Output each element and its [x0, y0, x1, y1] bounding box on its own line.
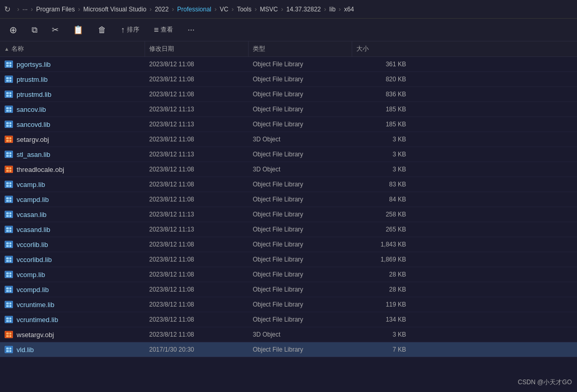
view-icon: ≡: [154, 25, 158, 35]
col-header-size[interactable]: 大小: [352, 41, 414, 56]
lib-file-icon: [4, 255, 13, 264]
obj-file-icon: [4, 165, 13, 174]
breadcrumb-visual-studio[interactable]: Microsoft Visual Studio: [83, 6, 147, 13]
breadcrumb-vc[interactable]: VC: [220, 6, 228, 13]
lib-file-icon: [4, 180, 13, 189]
view-button[interactable]: ≡ 查看: [151, 23, 176, 37]
lib-file-icon: [4, 120, 13, 129]
lib-file-icon: [4, 285, 13, 294]
file-type-cell: 3D Object: [249, 132, 352, 147]
table-row[interactable]: vcruntime.lib2023/8/12 11:08Object File …: [0, 297, 577, 312]
file-type-cell: Object File Library: [249, 297, 352, 312]
table-row[interactable]: vcomp.lib2023/8/12 11:08Object File Libr…: [0, 267, 577, 282]
file-name-text: pgortsys.lib: [17, 61, 51, 68]
paste-button[interactable]: 📋: [70, 23, 86, 37]
table-row[interactable]: vcruntimed.lib2023/8/12 11:08Object File…: [0, 312, 577, 327]
breadcrumb-x64[interactable]: x64: [344, 6, 354, 13]
file-name-text: stl_asan.lib: [17, 151, 50, 158]
file-name-text: vcruntimed.lib: [17, 316, 58, 324]
file-type-cell: Object File Library: [249, 207, 352, 222]
file-type-cell: Object File Library: [249, 87, 352, 101]
lib-file-icon: [4, 240, 13, 249]
table-row[interactable]: vccorlib.lib2023/8/12 11:08Object File L…: [0, 237, 577, 252]
file-list-area[interactable]: ▲ 名称 修改日期 类型 大小 pgortsys.lib2023/8/12 11: [0, 41, 577, 392]
breadcrumb-version[interactable]: 14.37.32822: [286, 6, 321, 13]
file-date-cell: 2023/8/12 11:08: [145, 162, 249, 177]
file-name-text: sancov.lib: [17, 106, 46, 113]
lib-file-icon: [4, 345, 13, 354]
table-row[interactable]: vcamp.lib2023/8/12 11:08Object File Libr…: [0, 177, 577, 192]
cut-button[interactable]: ✂: [49, 23, 62, 37]
breadcrumb-sep-2: ›: [78, 5, 80, 13]
table-row[interactable]: vld.lib2017/1/30 20:30Object File Librar…: [0, 342, 577, 357]
table-row[interactable]: vcasand.lib2023/8/12 11:13Object File Li…: [0, 222, 577, 237]
file-size-cell: 836 KB: [352, 87, 414, 101]
file-name-text: vcompd.lib: [17, 286, 49, 294]
file-type-cell: Object File Library: [249, 222, 352, 237]
breadcrumb-sep-9: ›: [324, 5, 326, 13]
sort-button[interactable]: ↑ 排序: [118, 23, 142, 37]
breadcrumb-sep-6: ›: [232, 5, 234, 13]
col-header-type[interactable]: 类型: [249, 41, 352, 56]
view-label: 查看: [161, 25, 173, 34]
table-row[interactable]: setargv.obj2023/8/12 11:083D Object3 KB: [0, 132, 577, 147]
lib-file-icon: [4, 75, 13, 84]
new-item-button[interactable]: ⊕: [6, 22, 20, 38]
breadcrumb-sep-3: ›: [150, 5, 152, 13]
file-name-text: vccorlib.lib: [17, 241, 48, 249]
table-row[interactable]: vcampd.lib2023/8/12 11:08Object File Lib…: [0, 192, 577, 207]
breadcrumb-program-files[interactable]: Program Files: [36, 6, 75, 13]
file-date-cell: 2023/8/12 11:08: [145, 72, 249, 86]
breadcrumb-lib[interactable]: lib: [329, 6, 336, 13]
table-row[interactable]: stl_asan.lib2023/8/12 11:13Object File L…: [0, 147, 577, 162]
breadcrumb-ellipsis[interactable]: ···: [22, 6, 27, 13]
table-row[interactable]: sancov.lib2023/8/12 11:13Object File Lib…: [0, 102, 577, 117]
file-size-cell: 28 KB: [352, 282, 414, 297]
table-row[interactable]: ptrustm.lib2023/8/12 11:08Object File Li…: [0, 72, 577, 87]
more-button[interactable]: ···: [184, 23, 197, 37]
file-date-cell: 2023/8/12 11:08: [145, 192, 249, 207]
file-type-cell: Object File Library: [249, 342, 352, 357]
file-type-cell: Object File Library: [249, 147, 352, 162]
breadcrumb-sep-10: ›: [339, 5, 341, 13]
file-size-cell: 1,843 KB: [352, 237, 414, 252]
file-type-cell: 3D Object: [249, 327, 352, 342]
file-date-cell: 2023/8/12 11:13: [145, 147, 249, 162]
file-size-cell: 84 KB: [352, 192, 414, 207]
file-date-cell: 2023/8/12 11:08: [145, 327, 249, 342]
refresh-icon[interactable]: ↻: [4, 5, 11, 14]
table-row[interactable]: pgortsys.lib2023/8/12 11:08Object File L…: [0, 57, 577, 72]
table-row[interactable]: wsetargv.obj2023/8/12 11:083D Object3 KB: [0, 327, 577, 342]
file-name-text: vcasan.lib: [17, 211, 47, 219]
file-size-cell: 28 KB: [352, 267, 414, 282]
col-header-name[interactable]: ▲ 名称: [0, 41, 145, 56]
file-size-cell: 361 KB: [352, 57, 414, 71]
table-row[interactable]: ptrustmd.lib2023/8/12 11:08Object File L…: [0, 87, 577, 102]
sort-label: 排序: [127, 25, 139, 34]
file-size-cell: 265 KB: [352, 222, 414, 237]
table-row[interactable]: vccorlibd.lib2023/8/12 11:08Object File …: [0, 252, 577, 267]
file-size-cell: 820 KB: [352, 72, 414, 86]
copy-button[interactable]: ⧉: [28, 23, 40, 37]
col-header-date[interactable]: 修改日期: [145, 41, 249, 56]
breadcrumb-professional[interactable]: Professional: [177, 6, 211, 13]
delete-button[interactable]: 🗑: [95, 23, 109, 37]
file-name-cell: sancov.lib: [0, 102, 145, 117]
breadcrumb-sep-0: ›: [17, 5, 19, 13]
breadcrumb-msvc[interactable]: MSVC: [260, 6, 278, 13]
file-date-cell: 2017/1/30 20:30: [145, 342, 249, 357]
breadcrumb-2022[interactable]: 2022: [155, 6, 169, 13]
lib-file-icon: [4, 315, 13, 324]
table-row[interactable]: threadlocale.obj2023/8/12 11:083D Object…: [0, 162, 577, 177]
breadcrumb-tools[interactable]: Tools: [237, 6, 251, 13]
breadcrumb-sep-7: ›: [254, 5, 256, 13]
table-row[interactable]: sancovd.lib2023/8/12 11:13Object File Li…: [0, 117, 577, 132]
file-date-cell: 2023/8/12 11:08: [145, 312, 249, 327]
table-row[interactable]: vcompd.lib2023/8/12 11:08Object File Lib…: [0, 282, 577, 297]
file-name-cell: vccorlib.lib: [0, 237, 145, 252]
file-date-cell: 2023/8/12 11:08: [145, 252, 249, 267]
file-name-text: vcruntime.lib: [17, 301, 54, 309]
table-row[interactable]: vcasan.lib2023/8/12 11:13Object File Lib…: [0, 207, 577, 222]
file-type-cell: Object File Library: [249, 312, 352, 327]
file-name-text: sancovd.lib: [17, 121, 50, 128]
